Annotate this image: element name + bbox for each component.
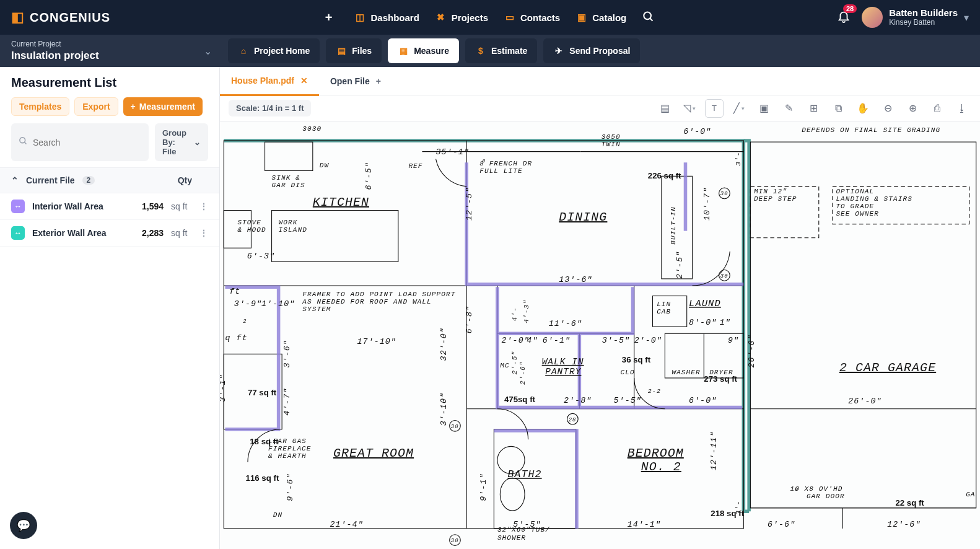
svg-text:NO. 2: NO. 2 [641, 460, 681, 474]
svg-text:2: 2 [243, 318, 247, 325]
nav-dashboard-label: Dashboard [370, 12, 419, 23]
templates-button[interactable]: Templates [11, 97, 69, 116]
nav-catalog[interactable]: ▣ Catalog [576, 12, 626, 23]
nav-add[interactable]: + [325, 11, 333, 25]
measurement-row[interactable]: ↔ Exterior Wall Area 2,283 sq ft ⋮ [0, 220, 219, 247]
svg-text:2-2: 2-2 [648, 388, 661, 395]
svg-text:GREAT ROOM: GREAT ROOM [333, 446, 414, 460]
chat-button[interactable]: 💬 [10, 512, 37, 539]
current-project-label: Current Project [11, 40, 99, 48]
svg-text:GAR DIS: GAR DIS [272, 182, 305, 189]
note-tool[interactable]: ▤ [655, 99, 674, 118]
svg-text:ft: ft [229, 287, 240, 296]
download-tool[interactable]: ⭳ [953, 99, 971, 118]
text-tool[interactable]: T [705, 99, 724, 118]
svg-text:AS NEEDED FOR ROOF AND WALL: AS NEEDED FOR ROOF AND WALL [302, 298, 432, 305]
zoom-in[interactable]: ⊕ [903, 99, 922, 118]
dashboard-icon: ◫ [354, 12, 365, 23]
ruler-icon: ▦ [398, 45, 409, 56]
svg-text:18 sq ft: 18 sq ft [250, 437, 279, 446]
add-measurement-button[interactable]: + Measurement [123, 97, 203, 116]
search-icon [642, 11, 655, 25]
svg-text:GA: GA [966, 491, 975, 498]
copy-tool[interactable]: ⧉ [829, 99, 847, 118]
svg-text:WORK: WORK [279, 219, 298, 226]
svg-text:12'-11": 12'-11" [709, 431, 719, 470]
nav-dashboard[interactable]: ◫ Dashboard [354, 12, 419, 23]
scale-indicator[interactable]: Scale: 1/4 in = 1 ft [229, 100, 311, 116]
pan-tool[interactable]: ✋ [854, 99, 872, 118]
svg-point-25 [500, 478, 525, 511]
search-input-wrap[interactable] [11, 123, 149, 161]
svg-text:14'-1": 14'-1" [628, 520, 661, 529]
print-tool[interactable]: ⎙ [928, 99, 947, 118]
row-menu[interactable]: ⋮ [199, 228, 208, 238]
svg-text:3'-6": 3'-6" [282, 340, 292, 367]
svg-text:1'-10": 1'-10" [261, 299, 295, 309]
tab-measure[interactable]: ▦ Measure [388, 38, 459, 63]
svg-text:PANTRY: PANTRY [545, 367, 582, 377]
logo[interactable]: ◧ CONGENIUS [11, 9, 110, 25]
svg-text:REF: REF [408, 162, 422, 170]
nav-projects[interactable]: ✖ Projects [435, 12, 488, 23]
close-icon[interactable]: ✕ [300, 76, 308, 86]
svg-text:2'-5": 2'-5" [675, 251, 685, 279]
svg-text:2'-6": 2'-6" [519, 361, 527, 385]
project-selector[interactable]: Current Project Insulation project ⌄ [11, 40, 222, 62]
user-menu[interactable]: Batten Builders Kinsey Batten ▾ [862, 7, 969, 28]
image-tool[interactable]: ▣ [755, 99, 773, 118]
drawing-canvas-panel: House Plan.pdf ✕ Open File + Scale: 1/4 … [220, 67, 980, 549]
nav-contacts[interactable]: ▭ Contacts [504, 12, 560, 23]
group-by-dropdown[interactable]: Group By: File ⌄ [155, 123, 208, 161]
signature-tool[interactable]: ✎ [779, 99, 798, 118]
plus-icon: + [131, 102, 136, 112]
tab-files[interactable]: ▤ Files [326, 38, 382, 63]
svg-text:226 sq ft: 226 sq ft [648, 171, 681, 180]
svg-text:& HOOD: & HOOD [237, 226, 266, 234]
nav-search[interactable] [642, 11, 655, 25]
search-input[interactable] [33, 138, 141, 147]
svg-text:TO GRADE: TO GRADE [836, 203, 874, 210]
chevron-up-icon: ⌃ [11, 175, 19, 185]
svg-text:DN: DN [273, 511, 282, 519]
svg-text:WALK IN: WALK IN [542, 357, 584, 367]
current-project-name: Insulation project [11, 50, 99, 62]
svg-text:30: 30 [451, 424, 459, 430]
svg-text:5'-5": 5'-5" [614, 396, 642, 405]
file-tab-active[interactable]: House Plan.pdf ✕ [220, 68, 319, 96]
row-menu[interactable]: ⋮ [199, 201, 208, 211]
measurements-header[interactable]: ⌃ Current File 2 Qty [0, 167, 219, 193]
measurement-row[interactable]: ↔ Interior Wall Area 1,594 sq ft ⋮ [0, 193, 219, 220]
line-tool[interactable]: ╱ [730, 99, 748, 118]
tab-proposal[interactable]: ✈ Send Proposal [543, 38, 640, 63]
svg-text:CLO: CLO [621, 369, 635, 376]
topbar: ◧ CONGENIUS + ◫ Dashboard ✖ Projects ▭ C… [0, 0, 980, 35]
svg-text:6'-0": 6'-0" [683, 127, 711, 136]
col-qty: Qty [178, 175, 192, 185]
svg-text:21'-4": 21'-4" [330, 520, 363, 529]
measurement-unit: sq ft [171, 228, 192, 238]
svg-text:3050: 3050 [602, 133, 621, 141]
tab-estimate[interactable]: $ Estimate [465, 38, 537, 63]
svg-point-0 [644, 12, 652, 19]
svg-text:9'-1": 9'-1" [479, 473, 488, 501]
svg-text:30: 30 [720, 273, 728, 279]
svg-text:273 sq ft: 273 sq ft [704, 374, 737, 384]
svg-text:13'-6": 13'-6" [559, 275, 592, 284]
svg-text:DEEP STEP: DEEP STEP [754, 195, 797, 203]
svg-text:BATH2: BATH2 [507, 468, 541, 480]
tab-project-home[interactable]: ⌂ Project Home [228, 38, 320, 63]
callout-tool[interactable]: ◹ [680, 99, 699, 118]
grid-tool[interactable]: ⊞ [804, 99, 823, 118]
svg-text:FRAMER TO ADD POINT LOAD SUPPO: FRAMER TO ADD POINT LOAD SUPPORT [302, 291, 455, 298]
svg-line-3 [24, 142, 26, 144]
tab-measure-label: Measure [414, 46, 449, 56]
projects-icon: ✖ [435, 12, 447, 23]
blueprint-viewer[interactable]: KITCHEN DINING LAUND WALK IN PANTRY GREA… [220, 121, 980, 549]
notifications-button[interactable]: 28 [837, 9, 851, 25]
chat-icon: 💬 [17, 519, 30, 532]
open-file-tab[interactable]: Open File + [319, 67, 392, 95]
svg-text:17'-10": 17'-10" [357, 337, 396, 346]
export-button[interactable]: Export [74, 97, 118, 116]
zoom-out[interactable]: ⊖ [878, 99, 897, 118]
